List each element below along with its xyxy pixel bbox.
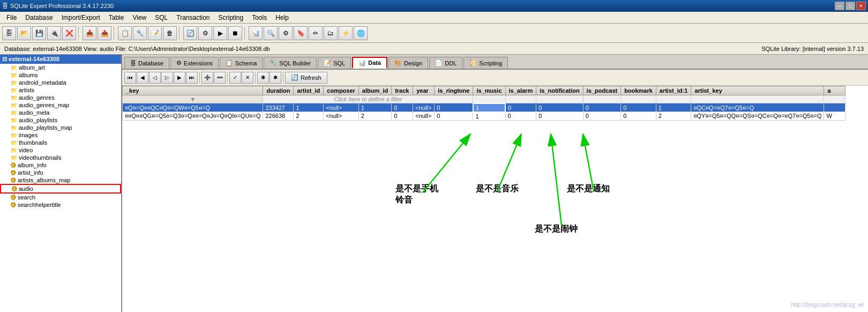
toolbar-btn-1[interactable]: 🗄 — [2, 26, 16, 40]
filter-placeholder[interactable]: Click here to define a filter — [263, 95, 473, 103]
toolbar-btn-12[interactable]: 🔄 — [183, 26, 197, 40]
toolbar-btn-4[interactable]: 🔌 — [47, 26, 61, 40]
toolbar-btn-5[interactable]: ❌ — [62, 26, 76, 40]
col-artist-id1[interactable]: artist_id:1 — [656, 86, 691, 95]
tree-item-audio-genres-map[interactable]: 📁 audio_genres_map — [0, 101, 121, 109]
tree-item-artists[interactable]: 📁 artists — [0, 86, 121, 94]
menu-import-export[interactable]: Import/Export — [57, 13, 104, 23]
col-is-ringtone[interactable]: is_ringtone — [435, 86, 473, 95]
col-is-alarm[interactable]: is_alarm — [505, 86, 536, 95]
toolbar-btn-23[interactable]: 🌐 — [354, 26, 368, 40]
nav-prev-button[interactable]: ◀ — [137, 72, 148, 84]
col-extra[interactable]: a — [824, 86, 845, 95]
close-button[interactable]: ✕ — [856, 2, 866, 10]
menu-table[interactable]: Table — [104, 13, 129, 23]
tab-sql[interactable]: 📝 SQL — [318, 57, 351, 69]
tree-item-images[interactable]: 📁 images — [0, 131, 121, 139]
nav-remove-button[interactable]: ➖ — [214, 72, 226, 84]
toolbar-btn-13[interactable]: ⚙ — [198, 26, 212, 40]
toolbar-btn-19[interactable]: 🔖 — [294, 26, 308, 40]
filter-row[interactable]: ▼ Click here to define a filter — [123, 95, 845, 103]
nav-cancel-button[interactable]: ✕ — [242, 72, 253, 84]
table-row[interactable]: ¤Q¤=Q¤¤QC¤Q¤=QW¤=Q5¤=Q 233427 1 <null> 1… — [123, 103, 845, 112]
toolbar-btn-7[interactable]: 📤 — [98, 26, 111, 40]
col-composer[interactable]: composer — [324, 86, 359, 95]
tree-item-albums[interactable]: 📁 albums — [0, 71, 121, 79]
toolbar-btn-15[interactable]: ⏹ — [228, 26, 242, 40]
tree-item-audio[interactable]: 🅐 audio — [0, 184, 121, 194]
menu-view[interactable]: View — [128, 13, 151, 23]
toolbar-btn-6[interactable]: 📥 — [83, 26, 96, 40]
tab-database[interactable]: 🗄 Database — [124, 57, 169, 69]
nav-star1-button[interactable]: ✱ — [257, 72, 269, 84]
nav-next-button[interactable]: ▷ — [161, 72, 173, 84]
menu-sql[interactable]: SQL — [151, 13, 172, 23]
menu-help[interactable]: Help — [271, 13, 293, 23]
tree-item-searchhelpertitle[interactable]: 🅐 searchhelpertitle — [0, 201, 121, 209]
col-artist-key[interactable]: artist_key — [691, 86, 824, 95]
tree-item-audio-meta[interactable]: 📁 audio_meta — [0, 109, 121, 116]
toolbar-btn-2[interactable]: 📂 — [17, 26, 31, 40]
refresh-button[interactable]: 🔄 Refresh — [285, 72, 327, 84]
col-duration[interactable]: duration — [263, 86, 294, 95]
cell-key: ¤Q¤=Q¤¤QC¤Q¤=QW¤=Q5¤=Q — [123, 103, 263, 112]
tree-item-thumbnails[interactable]: 📁 thumbnails — [0, 139, 121, 146]
minimize-button[interactable]: — — [835, 2, 844, 10]
menu-scripting[interactable]: Scripting — [214, 13, 248, 23]
tree-item-audio-playlists-map[interactable]: 📁 audio_playlists_map — [0, 124, 121, 131]
toolbar-btn-18[interactable]: ⚙ — [279, 26, 293, 40]
toolbar-btn-14[interactable]: ▶ — [213, 26, 227, 40]
tab-design[interactable]: 🎨 Design — [388, 57, 428, 69]
tree-item-artist-info[interactable]: 🅐 artist_info — [0, 169, 121, 176]
tree-item-audio-playlists[interactable]: 📁 audio_playlists — [0, 116, 121, 124]
nav-star2-button[interactable]: ✱ — [270, 72, 281, 84]
tab-extensions[interactable]: ⚙ Extensions — [170, 57, 219, 69]
toolbar-btn-3[interactable]: 💾 — [32, 26, 46, 40]
cell-is-notification: 0 — [536, 112, 583, 121]
nav-last-button[interactable]: ⏭ — [186, 72, 198, 84]
tab-schema[interactable]: 📋 Schema — [220, 57, 263, 69]
nav-first-button[interactable]: ⏮ — [124, 72, 136, 84]
col-track[interactable]: track — [392, 86, 413, 95]
tab-scripting[interactable]: 📜 Scripting — [463, 57, 508, 69]
col-year[interactable]: year — [413, 86, 435, 95]
tree-item-audio-genres[interactable]: 📁 audio_genres — [0, 94, 121, 101]
col-artist-id[interactable]: artist_id — [294, 86, 324, 95]
tab-data[interactable]: 📊 Data — [352, 57, 387, 69]
toolbar-btn-8[interactable]: 📋 — [118, 26, 132, 40]
tree-item-artists-albums-map[interactable]: 🅐 artists_albums_map — [0, 176, 121, 184]
maximize-button[interactable]: □ — [845, 2, 855, 10]
col-is-music[interactable]: is_music — [473, 86, 505, 95]
tree-item-android-metadata[interactable]: 📁 android_metadata — [0, 79, 121, 86]
col-bookmark[interactable]: bookmark — [621, 86, 656, 95]
col-is-podcast[interactable]: is_podcast — [583, 86, 620, 95]
toolbar-btn-9[interactable]: 🔧 — [133, 26, 147, 40]
col-album-id[interactable]: album_id — [358, 86, 391, 95]
nav-next2-button[interactable]: ▶ — [174, 72, 185, 84]
tree-item-album-info[interactable]: 🅐 album_info — [0, 161, 121, 169]
menu-file[interactable]: File — [2, 13, 21, 23]
menu-database[interactable]: Database — [21, 13, 57, 23]
data-table-container[interactable]: _key duration artist_id composer album_i… — [122, 86, 868, 312]
nav-add-button[interactable]: ➕ — [201, 72, 213, 84]
tab-sql-builder[interactable]: 🔧 SQL Builder — [264, 57, 317, 69]
col-is-notification[interactable]: is_notification — [536, 86, 583, 95]
tree-item-album-art[interactable]: 📁 album_art — [0, 64, 121, 71]
menu-tools[interactable]: Tools — [248, 13, 271, 23]
toolbar-btn-22[interactable]: ⚡ — [339, 26, 353, 40]
col-key[interactable]: _key — [123, 86, 263, 95]
toolbar-btn-16[interactable]: 📊 — [249, 26, 263, 40]
tree-item-search[interactable]: 🅐 search — [0, 194, 121, 201]
toolbar-btn-21[interactable]: 🗂 — [324, 26, 338, 40]
tree-item-video[interactable]: 📁 video — [0, 146, 121, 154]
toolbar-btn-17[interactable]: 🔍 — [264, 26, 278, 40]
toolbar-btn-11[interactable]: 🗑 — [163, 26, 177, 40]
toolbar-btn-10[interactable]: 📝 — [148, 26, 162, 40]
tree-item-videothumbnails[interactable]: 📁 videothumbnails — [0, 154, 121, 161]
table-row[interactable]: ¤¤Q¤¤QG¤=Q5¤=Q3¤=Q¤¤=Q¤J¤=Q¤QI¤=QU¤=Q 22… — [123, 112, 845, 121]
menu-transaction[interactable]: Transaction — [172, 13, 214, 23]
nav-prev2-button[interactable]: ◁ — [149, 72, 161, 84]
tab-ddl[interactable]: 📄 DDL — [429, 57, 462, 69]
nav-confirm-button[interactable]: ✓ — [229, 72, 241, 84]
toolbar-btn-20[interactable]: ✏ — [309, 26, 323, 40]
